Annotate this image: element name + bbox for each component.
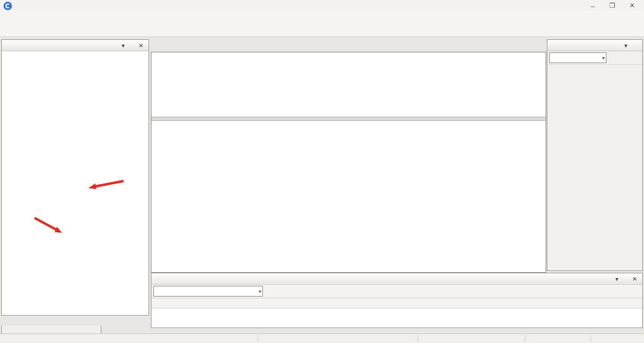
editor-body [151,52,546,273]
messages-close-icon[interactable]: ✕ [630,276,639,282]
clear-all-messages-icon[interactable] [280,286,289,296]
messages-list[interactable] [151,308,642,328]
toolbox-panel: ▾ ▾ [547,39,643,271]
editor-area [151,39,546,273]
toolbox-menu-caret-icon[interactable]: ▾ [621,42,630,49]
toolbox-move-down-icon[interactable] [628,54,633,62]
toolbox-import-icon[interactable] [615,54,620,62]
devices-close-icon[interactable]: ✕ [137,42,145,49]
app-logo-icon [4,2,12,10]
editor-tab-bar [151,39,546,52]
toolbox-move-up-icon[interactable] [622,54,627,62]
menu-bar [0,11,644,22]
maximize-button[interactable]: ❐ [604,2,621,10]
device-tree [2,51,148,315]
messages-header: ▾ ✕ [151,273,642,285]
editor-splitter[interactable] [151,117,546,121]
toolbox-remove-icon[interactable] [636,54,640,62]
status-bar [0,333,644,343]
messages-panel: ▾ ✕ ▾ [151,273,643,328]
code-editor[interactable] [151,121,546,272]
last-compile-status [265,335,274,343]
toolbox-folder-icon[interactable] [608,54,613,62]
devices-panel: ▾ ✕ [1,39,149,316]
messages-category-select[interactable]: ▾ [153,286,263,297]
devices-menu-caret-icon[interactable]: ▾ [119,42,128,49]
toolbox-header: ▾ [547,40,642,51]
chevron-down-icon: ▾ [259,289,261,294]
inoproshop-window: – ❐ ✕ ▾ ✕ ▾ [0,0,644,343]
clear-messages-icon[interactable] [268,286,277,296]
messages-filter-row: ▾ [151,285,642,298]
toolbox-search-row: ▾ [547,51,642,65]
chevron-down-icon: ▾ [602,55,605,61]
toolbox-search-input[interactable]: ▾ [549,52,606,63]
toolbox-sections [547,65,642,270]
minimize-button[interactable]: – [584,2,601,10]
devices-panel-header: ▾ ✕ [2,40,148,51]
messages-column-headers [151,298,642,308]
precompile-status [364,335,366,343]
messages-menu-caret-icon[interactable]: ▾ [612,276,621,282]
declaration-editor[interactable] [151,52,546,117]
toolbar [0,22,644,37]
title-bar: – ❐ ✕ [0,0,644,11]
close-button[interactable]: ✕ [624,2,640,10]
